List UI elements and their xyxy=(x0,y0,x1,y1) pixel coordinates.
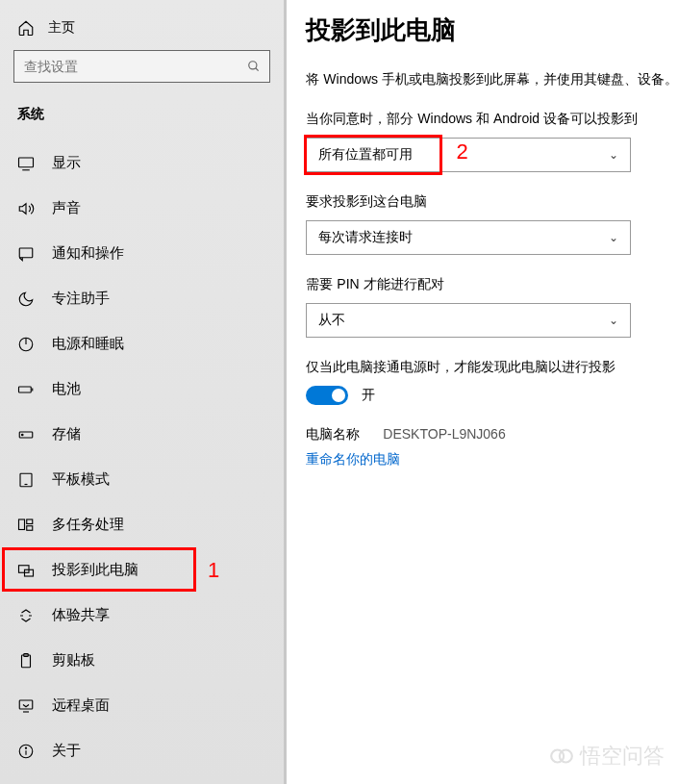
sidebar-item-label: 投影到此电脑 xyxy=(52,561,138,579)
svg-rect-21 xyxy=(19,700,33,709)
availability-select[interactable]: 所有位置都可用 ⌄ xyxy=(306,138,631,172)
svg-line-1 xyxy=(256,68,259,71)
chevron-down-icon: ⌄ xyxy=(609,148,618,162)
nav-list: 显示 声音 通知和操作 专注助手 电源和睡眠 电池 存储 平板模式 xyxy=(0,140,284,773)
sidebar-item-tablet[interactable]: 平板模式 xyxy=(0,457,284,502)
sidebar-item-focus[interactable]: 专注助手 xyxy=(0,276,284,321)
battery-icon xyxy=(17,381,35,398)
page-description: 将 Windows 手机或电脑投影到此屏幕，并使用其键盘、设备。 xyxy=(306,68,678,89)
sidebar-item-power[interactable]: 电源和睡眠 xyxy=(0,321,284,367)
sidebar-item-label: 显示 xyxy=(52,154,81,172)
notification-icon xyxy=(17,245,35,263)
svg-rect-2 xyxy=(19,158,34,167)
availability-value: 所有位置都可用 xyxy=(318,146,413,164)
tablet-icon xyxy=(17,471,35,489)
home-label: 主页 xyxy=(48,19,75,37)
chevron-down-icon: ⌄ xyxy=(609,231,618,244)
pin-setting: 需要 PIN 才能进行配对 从不 ⌄ xyxy=(306,276,678,338)
svg-rect-8 xyxy=(19,387,32,392)
sidebar-item-display[interactable]: 显示 xyxy=(0,140,284,186)
settings-sidebar: 主页 系统 显示 声音 通知和操作 专注助手 电源和睡眠 xyxy=(0,0,287,784)
svg-rect-15 xyxy=(27,519,33,524)
search-wrap xyxy=(13,50,270,83)
power-toggle[interactable] xyxy=(306,386,348,405)
svg-point-24 xyxy=(25,747,26,748)
shared-icon xyxy=(17,607,35,624)
search-icon xyxy=(247,60,261,73)
sound-icon xyxy=(17,200,35,217)
annotation-number-1: 1 xyxy=(208,558,219,583)
svg-point-0 xyxy=(249,62,257,69)
focus-icon xyxy=(17,291,35,308)
sidebar-item-sound[interactable]: 声音 xyxy=(0,186,284,231)
pin-label: 需要 PIN 才能进行配对 xyxy=(306,276,678,293)
sidebar-item-label: 存储 xyxy=(52,425,81,443)
svg-point-26 xyxy=(560,750,572,763)
svg-marker-4 xyxy=(19,203,26,214)
sidebar-item-label: 电池 xyxy=(52,380,81,398)
search-input[interactable] xyxy=(13,50,270,83)
sidebar-item-about[interactable]: 关于 xyxy=(0,728,284,773)
svg-rect-17 xyxy=(19,565,30,572)
power-setting: 仅当此电脑接通电源时，才能发现此电脑以进行投影 开 xyxy=(306,359,678,405)
rename-pc-link[interactable]: 重命名你的电脑 xyxy=(306,451,400,468)
svg-point-11 xyxy=(22,434,24,436)
power-label: 仅当此电脑接通电源时，才能发现此电脑以进行投影 xyxy=(306,359,678,376)
sidebar-item-project[interactable]: 投影到此电脑 1 xyxy=(0,547,284,593)
sidebar-item-label: 电源和睡眠 xyxy=(52,335,124,353)
ask-setting: 要求投影到这台电脑 每次请求连接时 ⌄ xyxy=(306,193,678,255)
pc-name-value: DESKTOP-L9NJ066 xyxy=(383,426,505,442)
pc-name-row: 电脑名称 DESKTOP-L9NJ066 xyxy=(306,426,678,443)
page-title: 投影到此电脑 xyxy=(306,13,678,47)
svg-rect-5 xyxy=(19,248,33,258)
sidebar-item-label: 多任务处理 xyxy=(52,516,124,534)
storage-icon xyxy=(17,426,35,443)
clipboard-icon xyxy=(17,652,35,670)
sidebar-item-notifications[interactable]: 通知和操作 xyxy=(0,231,284,276)
sidebar-item-multitask[interactable]: 多任务处理 xyxy=(0,502,284,547)
main-panel: 投影到此电脑 将 Windows 手机或电脑投影到此屏幕，并使用其键盘、设备。 … xyxy=(287,0,678,784)
display-icon xyxy=(17,155,35,172)
sidebar-item-label: 声音 xyxy=(52,199,81,217)
power-toggle-state: 开 xyxy=(362,387,375,404)
chevron-down-icon: ⌄ xyxy=(609,314,618,327)
sidebar-item-battery[interactable]: 电池 xyxy=(0,367,284,412)
sidebar-item-label: 关于 xyxy=(52,742,81,760)
pin-select[interactable]: 从不 ⌄ xyxy=(306,303,631,338)
sidebar-item-storage[interactable]: 存储 xyxy=(0,412,284,457)
watermark: 悟空问答 xyxy=(549,742,665,771)
sidebar-item-remote[interactable]: 远程桌面 xyxy=(0,683,284,728)
sidebar-item-label: 剪贴板 xyxy=(52,651,95,670)
section-header: 系统 xyxy=(0,98,284,135)
about-icon xyxy=(17,743,35,760)
home-icon xyxy=(17,19,35,37)
sidebar-item-label: 专注助手 xyxy=(52,290,110,308)
home-row[interactable]: 主页 xyxy=(0,13,284,50)
ask-value: 每次请求连接时 xyxy=(318,229,413,246)
sidebar-item-label: 通知和操作 xyxy=(52,244,124,263)
project-icon xyxy=(17,562,35,579)
ask-select[interactable]: 每次请求连接时 ⌄ xyxy=(306,220,631,255)
svg-rect-16 xyxy=(27,525,33,530)
pin-value: 从不 xyxy=(318,312,345,329)
availability-label: 当你同意时，部分 Windows 和 Android 设备可以投影到 xyxy=(306,111,678,128)
multitask-icon xyxy=(17,517,35,534)
remote-icon xyxy=(17,697,35,715)
power-icon xyxy=(17,336,35,353)
ask-label: 要求投影到这台电脑 xyxy=(306,193,678,211)
pc-name-label: 电脑名称 xyxy=(306,426,360,443)
sidebar-item-label: 平板模式 xyxy=(52,470,110,489)
svg-rect-14 xyxy=(19,519,25,530)
availability-setting: 当你同意时，部分 Windows 和 Android 设备可以投影到 所有位置都… xyxy=(306,111,678,172)
sidebar-item-label: 远程桌面 xyxy=(52,696,110,715)
annotation-number-2: 2 xyxy=(456,139,467,164)
sidebar-item-shared[interactable]: 体验共享 xyxy=(0,593,284,638)
sidebar-item-label: 体验共享 xyxy=(52,606,110,624)
sidebar-item-clipboard[interactable]: 剪贴板 xyxy=(0,638,284,683)
watermark-text: 悟空问答 xyxy=(580,742,665,771)
